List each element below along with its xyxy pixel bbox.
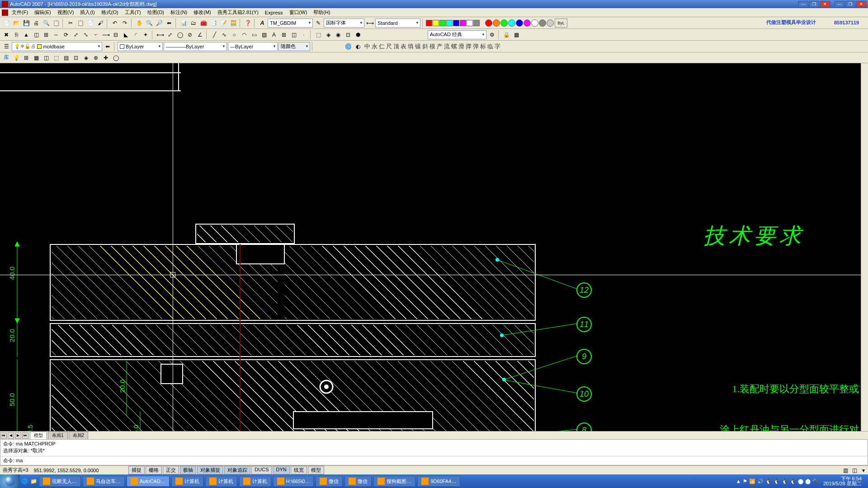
- menu-insert[interactable]: 插入(I): [77, 8, 97, 17]
- snap-对象捕捉[interactable]: 对象捕捉: [197, 466, 223, 474]
- yanxiu-char[interactable]: 仁: [378, 43, 385, 50]
- status-icon1[interactable]: ▥: [841, 466, 850, 475]
- taskbar-item[interactable]: 马自达车…: [83, 476, 125, 487]
- zoom-win-button[interactable]: 🔎: [155, 19, 164, 28]
- taskbar-item[interactable]: 微信: [344, 476, 372, 487]
- menu-express[interactable]: Express: [262, 9, 286, 16]
- properties-button[interactable]: 📊: [179, 19, 188, 28]
- tray-power-icon[interactable]: 🔌: [812, 479, 819, 484]
- doc-restore-button[interactable]: ❐: [845, 1, 855, 7]
- snap-DUCS[interactable]: DUCS: [251, 466, 272, 474]
- et2[interactable]: 💡: [12, 53, 21, 62]
- fillet-button[interactable]: ◜: [131, 30, 140, 39]
- et9[interactable]: ◈: [81, 53, 90, 62]
- tray-qq-icon[interactable]: 🐧: [765, 479, 772, 484]
- text-button[interactable]: A: [269, 30, 278, 39]
- snap-线宽[interactable]: 线宽: [291, 466, 307, 474]
- start-button[interactable]: [0, 474, 20, 488]
- text-style-icon[interactable]: A: [258, 19, 267, 28]
- yx-icon2[interactable]: ◐: [354, 42, 363, 51]
- yanxiu-char[interactable]: 镶: [414, 43, 421, 50]
- dim-radius-button[interactable]: ◯: [175, 30, 184, 39]
- et12[interactable]: ◯: [111, 53, 120, 62]
- yx-icon1[interactable]: 🌀: [344, 42, 353, 51]
- et10[interactable]: ⊕: [91, 53, 100, 62]
- block-button[interactable]: ◫: [289, 30, 298, 39]
- snap-极轴[interactable]: 极轴: [180, 466, 196, 474]
- taskbar-item[interactable]: H:\665\0…: [273, 476, 314, 487]
- stretch-button[interactable]: ⤡: [81, 30, 90, 39]
- point-button[interactable]: ·: [299, 30, 308, 39]
- layer-select[interactable]: 💡❄🔓🖨 moldbase: [12, 42, 102, 51]
- tb-misc2[interactable]: ◈: [324, 30, 333, 39]
- yanxiu-char[interactable]: 永: [371, 43, 378, 50]
- menu-yanxiu[interactable]: 燕秀工具箱2.81(Y): [215, 8, 261, 17]
- tray-misc-icon[interactable]: ⬤: [798, 479, 803, 484]
- scale-button[interactable]: ⤢: [71, 30, 80, 39]
- yanxiu-char[interactable]: 产: [436, 43, 443, 50]
- lineweight-select[interactable]: — ByLayer: [228, 42, 278, 51]
- restore-button[interactable]: ❐: [809, 1, 819, 7]
- quicklaunch-explorer[interactable]: 📁: [29, 477, 38, 486]
- ssm-button[interactable]: 📑: [209, 19, 218, 28]
- dim-aligned-button[interactable]: ⤢: [165, 30, 175, 39]
- ws-settings-button[interactable]: ⚙: [487, 30, 496, 39]
- tb-misc3[interactable]: ◉: [334, 30, 343, 39]
- arc-button[interactable]: ◠: [240, 30, 249, 39]
- dc-button[interactable]: 🗂: [189, 19, 198, 28]
- open-button[interactable]: 📂: [12, 19, 21, 28]
- et5[interactable]: ◫: [42, 53, 51, 62]
- yanxiu-char[interactable]: 表: [400, 43, 407, 50]
- yanxiu-char[interactable]: 顶: [392, 43, 400, 50]
- status-icon2[interactable]: ◫: [850, 466, 859, 475]
- tray-misc-icon[interactable]: ⬤: [805, 479, 811, 484]
- snap-捕捉[interactable]: 捕捉: [128, 466, 145, 474]
- redo-button[interactable]: ↷: [120, 19, 129, 28]
- zoom-prev-button[interactable]: ⬅: [165, 19, 174, 28]
- taskbar-item[interactable]: 搜狗截图…: [373, 476, 415, 487]
- tray-net-icon[interactable]: 📶: [749, 479, 755, 484]
- help-button[interactable]: ❓: [243, 19, 252, 28]
- undo-button[interactable]: ↶: [110, 19, 119, 28]
- taskbar-item[interactable]: 计算机: [239, 476, 271, 487]
- taskbar-item[interactable]: 微信: [316, 476, 343, 487]
- calc-button[interactable]: 🧮: [229, 19, 238, 28]
- break-button[interactable]: ⊟: [111, 30, 120, 39]
- tray-flag-icon[interactable]: ⚑: [743, 479, 747, 484]
- text-style-select[interactable]: TM_GBDIM: [268, 19, 313, 28]
- extend-button[interactable]: ⟶: [101, 30, 110, 39]
- snap-对象追踪[interactable]: 对象追踪: [224, 466, 250, 474]
- font-icon[interactable]: ✎: [314, 19, 323, 28]
- move-button[interactable]: ↔: [52, 30, 61, 39]
- color-bigdots[interactable]: [485, 19, 554, 27]
- layer-props-button[interactable]: ☰: [2, 42, 11, 51]
- yanxiu-char[interactable]: 临: [486, 43, 494, 50]
- color-palette[interactable]: [426, 20, 480, 26]
- doc-minimize-button[interactable]: —: [835, 1, 844, 7]
- minimize-button[interactable]: —: [798, 1, 808, 7]
- paste-button[interactable]: 📄: [86, 19, 95, 28]
- matchprop-button[interactable]: 🖌: [96, 19, 105, 28]
- array-button[interactable]: ⊞: [42, 30, 51, 39]
- pline-button[interactable]: ∿: [220, 30, 229, 39]
- taskbar-item[interactable]: 9D60FA4…: [417, 476, 460, 487]
- workspace-select[interactable]: AutoCAD 经典: [428, 30, 486, 39]
- et7[interactable]: ▤: [61, 53, 71, 62]
- tray-qq-icon[interactable]: 🐧: [790, 479, 796, 484]
- tab-layout2[interactable]: 布局2: [69, 432, 89, 440]
- tray-qq-icon[interactable]: 🐧: [782, 479, 788, 484]
- menu-draw[interactable]: 绘图(D): [145, 8, 167, 17]
- tab-prev[interactable]: ◀: [8, 432, 14, 439]
- snap-正交[interactable]: 正交: [163, 466, 179, 474]
- menu-dimension[interactable]: 标注(N): [168, 8, 190, 17]
- snap-DYN[interactable]: DYN: [273, 466, 289, 474]
- quicklaunch-ie[interactable]: 🌐: [20, 477, 29, 486]
- menu-edit[interactable]: 编辑(E): [32, 8, 54, 17]
- snap-栅格[interactable]: 栅格: [146, 466, 162, 474]
- explode-button[interactable]: ✦: [141, 30, 150, 39]
- linetype-select[interactable]: ———— ByLayer: [164, 42, 227, 51]
- yanxiu-char[interactable]: 中: [363, 43, 371, 50]
- menu-view[interactable]: 视图(V): [55, 8, 77, 17]
- dim-style-select[interactable]: Standard: [375, 19, 420, 28]
- snap-模型[interactable]: 模型: [308, 466, 324, 474]
